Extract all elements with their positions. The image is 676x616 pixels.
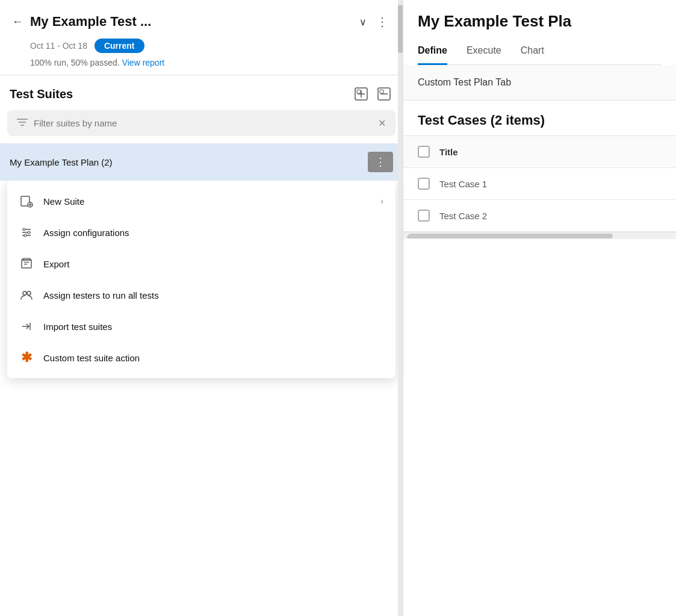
assign-config-label: Assign configurations: [43, 228, 383, 238]
clear-filter-button[interactable]: ✕: [378, 117, 386, 129]
date-label: Oct 11 - Oct 18: [30, 41, 87, 51]
svg-point-25: [27, 291, 31, 295]
left-scrollbar-thumb: [398, 5, 403, 53]
menu-item-new-suite[interactable]: New Suite ›: [7, 185, 395, 217]
new-suite-label: New Suite: [43, 196, 371, 207]
assign-testers-icon: [19, 288, 34, 302]
view-report-link[interactable]: View report: [122, 58, 165, 67]
test-case-2-label: Test Case 2: [439, 211, 487, 221]
test-case-1-checkbox[interactable]: [418, 178, 430, 190]
new-suite-icon: [19, 194, 34, 208]
suites-title: Test Suites: [10, 87, 347, 101]
header-row: ← My Example Test ... ∨ ⋮: [0, 0, 403, 37]
test-case-1-label: Test Case 1: [439, 179, 487, 189]
column-title-label: Title: [439, 147, 458, 157]
chevron-button[interactable]: ∨: [359, 16, 367, 28]
tabs-row: Define Execute Chart: [418, 40, 662, 65]
svg-rect-3: [357, 90, 361, 93]
test-cases-section: Test Cases (2 items) Title Test Case 1 T…: [403, 101, 676, 616]
filter-input[interactable]: [34, 118, 372, 128]
custom-tab-section: Custom Test Plan Tab: [403, 65, 676, 101]
header-more-button[interactable]: ⋮: [371, 12, 393, 31]
export-label: Export: [43, 259, 383, 269]
import-icon: [19, 319, 34, 334]
menu-item-custom-action[interactable]: ✱ Custom test suite action: [7, 342, 395, 373]
custom-action-icon: ✱: [19, 350, 34, 365]
plan-title: My Example Test ...: [30, 14, 355, 30]
menu-item-assign-config[interactable]: Assign configurations: [7, 217, 395, 248]
right-panel: My Example Test Pla Define Execute Chart…: [403, 0, 676, 616]
filter-icon: [17, 118, 28, 129]
test-cases-header: Test Cases (2 items): [403, 101, 676, 136]
current-badge: Current: [95, 39, 144, 53]
left-scrollbar[interactable]: [398, 0, 403, 616]
svg-point-18: [28, 231, 30, 234]
suite-item-label: My Example Test Plan (2): [10, 157, 368, 167]
suite-item[interactable]: My Example Test Plan (2) ⋮: [0, 143, 403, 181]
right-scrollbar[interactable]: ◂: [403, 232, 676, 239]
menu-item-assign-testers[interactable]: Assign testers to run all tests: [7, 279, 395, 311]
svg-point-24: [23, 291, 26, 295]
menu-item-export[interactable]: Export: [7, 248, 395, 279]
test-case-row-1[interactable]: Test Case 1: [403, 168, 676, 200]
collapse-all-button[interactable]: [375, 85, 393, 103]
svg-rect-6: [380, 90, 383, 93]
import-label: Import test suites: [43, 322, 383, 332]
test-cases-column-header: Title: [403, 136, 676, 168]
tab-execute[interactable]: Execute: [467, 40, 501, 65]
svg-point-19: [24, 234, 26, 237]
back-button[interactable]: ←: [10, 13, 25, 31]
right-scrollbar-thumb: [408, 234, 613, 238]
expand-all-button[interactable]: [352, 85, 370, 103]
suites-header: Test Suites: [0, 75, 403, 110]
custom-action-label: Custom test suite action: [43, 353, 383, 363]
menu-item-import[interactable]: Import test suites: [7, 311, 395, 342]
select-all-checkbox[interactable]: [418, 146, 430, 158]
date-row: Oct 11 - Oct 18 Current: [0, 37, 403, 57]
stats-row: 100% run, 50% passed. View report: [0, 57, 403, 75]
left-panel: ← My Example Test ... ∨ ⋮ Oct 11 - Oct 1…: [0, 0, 403, 616]
right-header: My Example Test Pla Define Execute Chart: [403, 0, 676, 65]
dropdown-menu: New Suite › Assign configurations: [7, 181, 395, 378]
export-icon: [19, 257, 34, 271]
new-suite-arrow: ›: [380, 196, 383, 206]
test-case-2-checkbox[interactable]: [418, 210, 430, 222]
assign-config-icon: [19, 225, 34, 240]
test-case-row-2[interactable]: Test Case 2: [403, 200, 676, 232]
svg-point-17: [23, 228, 25, 231]
custom-tab-label: Custom Test Plan Tab: [418, 77, 511, 87]
suite-more-button[interactable]: ⋮: [368, 152, 393, 172]
tab-chart[interactable]: Chart: [521, 40, 544, 65]
right-title: My Example Test Pla: [418, 12, 662, 31]
assign-testers-label: Assign testers to run all tests: [43, 290, 383, 300]
tab-define[interactable]: Define: [418, 40, 447, 65]
filter-row: ✕: [7, 110, 395, 136]
stats-text: 100% run, 50% passed.: [30, 58, 120, 67]
